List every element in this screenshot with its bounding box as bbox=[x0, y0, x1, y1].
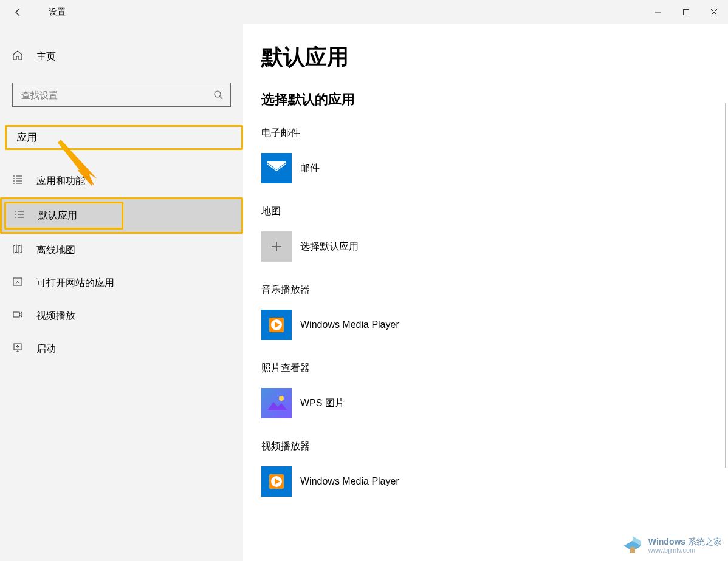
maximize-button[interactable] bbox=[672, 0, 700, 24]
watermark: Windows 系统之家 www.bjjmlv.com bbox=[622, 534, 722, 557]
page-title: 默认应用 bbox=[261, 42, 728, 72]
svg-point-28 bbox=[279, 396, 284, 401]
nav-label: 可打开网站的应用 bbox=[36, 277, 114, 290]
svg-rect-1 bbox=[684, 10, 689, 15]
titlebar: 设置 bbox=[0, 0, 728, 24]
nav-item-default-apps[interactable]: 默认应用 bbox=[0, 197, 243, 234]
nav-label: 视频播放 bbox=[36, 310, 75, 322]
minimize-icon bbox=[654, 8, 662, 16]
window-title: 设置 bbox=[49, 7, 66, 18]
category-video: 视频播放器 bbox=[261, 440, 728, 453]
svg-point-2 bbox=[215, 91, 221, 97]
category-music: 音乐播放器 bbox=[261, 284, 728, 296]
app-name: 邮件 bbox=[300, 162, 320, 175]
list-icon bbox=[12, 174, 24, 188]
main-content: 默认应用 选择默认的应用 电子邮件 邮件 地图 选择默认应用 音乐播放器 Win… bbox=[243, 24, 728, 561]
nav-item-startup[interactable]: 启动 bbox=[0, 332, 243, 365]
home-link[interactable]: 主页 bbox=[0, 42, 243, 70]
close-button[interactable] bbox=[700, 0, 728, 24]
section-header: 选择默认的应用 bbox=[261, 90, 728, 109]
watermark-brand: Windows bbox=[648, 537, 685, 546]
nav-item-video-playback[interactable]: 视频播放 bbox=[0, 299, 243, 332]
plus-icon bbox=[261, 231, 292, 262]
windows-logo-icon bbox=[622, 534, 644, 557]
scrollbar[interactable] bbox=[725, 103, 726, 467]
nav-item-apps-features[interactable]: 应用和功能 bbox=[0, 165, 243, 197]
nav-item-website-apps[interactable]: 可打开网站的应用 bbox=[0, 267, 243, 299]
app-choice-photos[interactable]: WPS 图片 bbox=[261, 384, 565, 422]
category-label: 应用 bbox=[5, 125, 243, 150]
nav-label: 默认应用 bbox=[38, 209, 77, 222]
watermark-suffix: 系统之家 bbox=[688, 537, 722, 546]
video-icon bbox=[12, 309, 24, 322]
search-icon bbox=[206, 90, 230, 100]
nav-label: 离线地图 bbox=[36, 244, 75, 257]
map-icon bbox=[12, 243, 24, 257]
nav-label: 应用和功能 bbox=[36, 175, 85, 188]
app-name: WPS 图片 bbox=[300, 397, 345, 410]
category-photos: 照片查看器 bbox=[261, 362, 728, 375]
svg-line-3 bbox=[220, 97, 222, 99]
svg-rect-31 bbox=[630, 547, 635, 553]
back-arrow-icon bbox=[13, 7, 23, 17]
home-label: 主页 bbox=[36, 50, 56, 63]
window-controls bbox=[644, 0, 728, 24]
category-maps: 地图 bbox=[261, 205, 728, 218]
app-name: 选择默认应用 bbox=[300, 240, 359, 253]
back-button[interactable] bbox=[6, 0, 30, 24]
wmp-icon bbox=[261, 466, 292, 497]
website-icon bbox=[12, 276, 24, 290]
search-box[interactable] bbox=[12, 83, 231, 107]
maximize-icon bbox=[682, 8, 690, 16]
app-choice-music[interactable]: Windows Media Player bbox=[261, 306, 565, 344]
home-icon bbox=[12, 50, 24, 63]
svg-rect-18 bbox=[13, 278, 22, 285]
defaults-icon bbox=[14, 209, 26, 222]
watermark-url: www.bjjmlv.com bbox=[648, 546, 722, 554]
app-name: Windows Media Player bbox=[300, 476, 399, 487]
svg-rect-19 bbox=[13, 312, 19, 317]
app-name: Windows Media Player bbox=[300, 319, 399, 330]
wmp-icon bbox=[261, 310, 292, 340]
app-choice-maps[interactable]: 选择默认应用 bbox=[261, 228, 565, 265]
close-icon bbox=[710, 8, 718, 16]
startup-icon bbox=[12, 342, 24, 355]
search-input[interactable] bbox=[13, 90, 206, 100]
app-choice-email[interactable]: 邮件 bbox=[261, 149, 565, 187]
category-email: 电子邮件 bbox=[261, 127, 728, 140]
sidebar: 主页 应用 应用和功能 默认应用 离线地图 bbox=[0, 24, 243, 561]
mail-app-icon bbox=[261, 153, 292, 183]
nav-item-offline-maps[interactable]: 离线地图 bbox=[0, 234, 243, 267]
nav-label: 启动 bbox=[36, 342, 56, 355]
app-choice-video[interactable]: Windows Media Player bbox=[261, 463, 565, 500]
wps-photo-icon bbox=[261, 388, 292, 418]
minimize-button[interactable] bbox=[644, 0, 672, 24]
